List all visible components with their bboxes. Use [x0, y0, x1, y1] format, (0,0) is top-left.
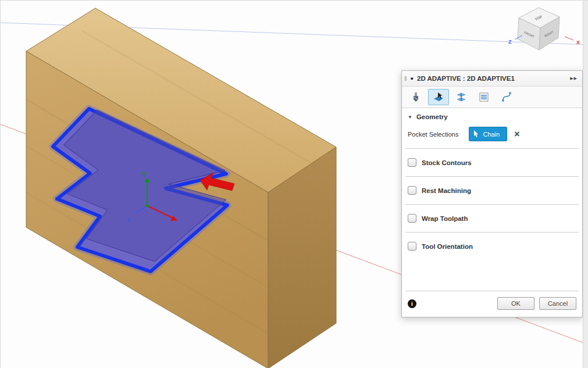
stock-contours-label: Stock Contours: [422, 159, 472, 166]
operation-status-icon: ●: [411, 76, 414, 81]
tab-linking[interactable]: [496, 89, 517, 105]
dialog-footer: i OK Cancel: [402, 291, 582, 317]
cancel-button[interactable]: Cancel: [539, 297, 576, 310]
geometry-section-header[interactable]: ▼ Geometry: [402, 108, 582, 123]
fusion-cam-workspace: Y Z TOP FRONT RIGHT Z X ‖ ● 2D ADAP: [0, 0, 588, 368]
collapse-caret-icon[interactable]: ▼: [408, 115, 412, 120]
pocket-selections-label: Pocket Selections: [408, 131, 458, 138]
z-axis-label: Z: [127, 217, 130, 223]
dialog-header[interactable]: ‖ ● 2D ADAPTIVE : 2D ADAPTIVE1 ▶▶: [402, 71, 582, 87]
rest-machining-label: Rest Machining: [422, 187, 471, 194]
tab-tool[interactable]: [405, 89, 426, 105]
expand-panel-icon[interactable]: ▶▶: [570, 76, 578, 81]
origin-point: [145, 204, 148, 207]
geometry-section-label: Geometry: [416, 113, 448, 120]
stock-contours-checkbox[interactable]: [408, 158, 416, 167]
tool-orientation-checkbox[interactable]: [408, 242, 416, 251]
rest-machining-checkbox[interactable]: [408, 186, 416, 195]
stock-contours-row: Stock Contours: [402, 149, 582, 176]
tab-passes[interactable]: [473, 89, 494, 105]
adaptive-dialog: ‖ ● 2D ADAPTIVE : 2D ADAPTIVE1 ▶▶: [401, 70, 583, 317]
chain-button-label: Chain: [483, 131, 500, 138]
tool-orientation-label: Tool Orientation: [422, 243, 473, 250]
wrap-toolpath-checkbox[interactable]: [408, 214, 416, 223]
wrap-toolpath-label: Wrap Toolpath: [422, 215, 468, 222]
info-icon[interactable]: i: [408, 299, 416, 308]
chain-select-button[interactable]: Chain: [469, 127, 507, 141]
tab-geometry[interactable]: [428, 89, 449, 105]
tab-heights[interactable]: [451, 89, 472, 105]
cursor-icon: [473, 130, 479, 138]
passes-icon: [478, 91, 490, 103]
dialog-title: 2D ADAPTIVE : 2D ADAPTIVE1: [417, 75, 566, 82]
rest-machining-row: Rest Machining: [402, 177, 582, 204]
viewcube-x-axis-line: [565, 37, 573, 40]
drag-grip-icon[interactable]: ‖: [404, 75, 407, 82]
tool-orientation-row: Tool Orientation: [402, 233, 582, 260]
wrap-toolpath-row: Wrap Toolpath: [402, 205, 582, 232]
viewcube[interactable]: TOP FRONT RIGHT Z X: [508, 8, 580, 50]
window-edge-strip: [583, 1, 588, 368]
clear-selection-icon[interactable]: ×: [514, 130, 519, 139]
ok-button[interactable]: OK: [497, 297, 534, 310]
y-axis-label: Y: [142, 172, 146, 178]
heights-icon: [455, 91, 467, 103]
viewcube-z-label: Z: [508, 39, 512, 45]
linking-icon: [501, 91, 512, 103]
spacer: [402, 260, 582, 291]
viewcube-x-label: X: [576, 40, 580, 45]
dialog-tab-bar: [402, 87, 582, 108]
geometry-icon: [433, 91, 444, 103]
pocket-selections-row: Pocket Selections Chain ×: [402, 123, 582, 148]
tool-icon: [410, 91, 422, 103]
